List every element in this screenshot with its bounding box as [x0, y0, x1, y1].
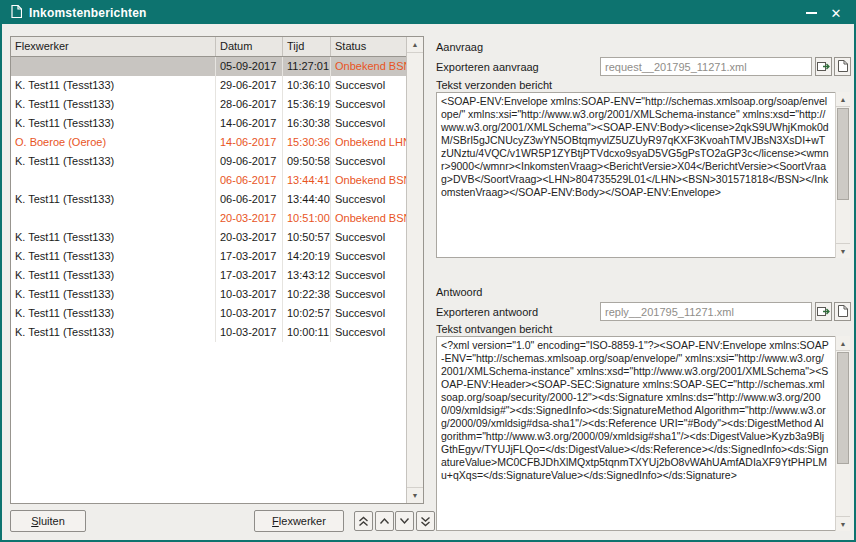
table-cell: Succesvol [331, 266, 406, 285]
table-cell: Succesvol [331, 95, 406, 114]
table-cell: 10:36:10 [283, 76, 331, 95]
table-cell: Onbekend LHN [331, 133, 406, 152]
exporteren-antwoord-input[interactable] [600, 302, 812, 321]
table-scrollbar[interactable]: ▲ ▼ [406, 37, 423, 503]
table-cell: 17-03-2017 [216, 247, 283, 266]
table-cell: 29-06-2017 [216, 76, 283, 95]
close-button[interactable]: ✕ [827, 4, 845, 22]
exporteren-aanvraag-label: Exporteren aanvraag [436, 61, 539, 73]
minimize-icon [806, 12, 817, 14]
flexwerker-button[interactable]: Flexwerker [254, 510, 344, 532]
open-antwoord-file-button[interactable] [834, 302, 851, 321]
column-header-datum[interactable]: Datum [216, 37, 283, 56]
minimize-button[interactable] [802, 4, 820, 22]
table-row[interactable]: K. Test11 (Tesst133)06-06-201713:44:40Su… [11, 190, 406, 209]
antwoord-section-label: Antwoord [436, 286, 482, 298]
table-cell: 15:36:19 [283, 95, 331, 114]
table-cell: 05-09-2017 [216, 57, 283, 76]
table-cell: Succesvol [331, 228, 406, 247]
table-cell: 10:02:57 [283, 304, 331, 323]
scrollbar-thumb[interactable] [837, 108, 849, 200]
ontvangen-bericht-text[interactable]: <?xml version="1.0" encoding="ISO-8859-1… [436, 336, 850, 531]
table-cell: Succesvol [331, 247, 406, 266]
scroll-down-arrow[interactable]: ▼ [836, 243, 850, 258]
table-row[interactable]: K. Test11 (Tesst133)09-06-201709:50:58Su… [11, 152, 406, 171]
table-cell: 13:44:40 [283, 190, 331, 209]
table-cell: K. Test11 (Tesst133) [11, 266, 216, 285]
table-row[interactable]: 20-03-201710:51:00Onbekend BSN [11, 209, 406, 228]
export-icon [817, 303, 830, 321]
table-cell: O. Boeroe (Oeroe) [11, 133, 216, 152]
table-row[interactable]: K. Test11 (Tesst133)10-03-201710:00:11Su… [11, 323, 406, 342]
table-cell: Succesvol [331, 304, 406, 323]
titlebar[interactable]: Inkomstenberichten ✕ [2, 2, 854, 24]
table-row[interactable]: K. Test11 (Tesst133)14-06-201716:30:38Su… [11, 114, 406, 133]
ontvangen-scrollbar[interactable]: ▲ ▼ [835, 336, 850, 531]
table-row[interactable]: K. Test11 (Tesst133)20-03-201710:50:57Su… [11, 228, 406, 247]
table-cell: Onbekend BSN [331, 209, 406, 228]
open-aanvraag-file-button[interactable] [834, 57, 851, 76]
table-row[interactable]: K. Test11 (Tesst133)28-06-201715:36:19Su… [11, 95, 406, 114]
table-cell: K. Test11 (Tesst133) [11, 95, 216, 114]
window-title: Inkomstenberichten [29, 6, 147, 20]
table-cell: K. Test11 (Tesst133) [11, 152, 216, 171]
column-header-tijd[interactable]: Tijd [283, 37, 331, 56]
table-cell: 10:00:11 [283, 323, 331, 342]
exporteren-aanvraag-input[interactable] [600, 57, 812, 76]
table-cell: K. Test11 (Tesst133) [11, 247, 216, 266]
table-cell: 14-06-2017 [216, 133, 283, 152]
table-row[interactable]: O. Boeroe (Oeroe)14-06-201715:30:36Onbek… [11, 133, 406, 152]
scrollbar-thumb[interactable] [837, 352, 849, 464]
scroll-down-arrow[interactable]: ▼ [836, 516, 850, 531]
column-header-flexwerker[interactable]: Flexwerker [11, 37, 216, 56]
file-icon [838, 303, 848, 321]
table-cell: 10:22:38 [283, 285, 331, 304]
table-cell: Succesvol [331, 190, 406, 209]
export-antwoord-button[interactable] [815, 302, 832, 321]
chevron-down-icon [399, 517, 410, 525]
table-cell: 20-03-2017 [216, 209, 283, 228]
table-body: 05-09-201711:27:01Onbekend BSNK. Test11 … [11, 57, 406, 342]
table-header: Flexwerker Datum Tijd Status [11, 37, 406, 57]
table-cell [11, 57, 216, 76]
double-chevron-up-icon [358, 516, 369, 527]
table-cell: K. Test11 (Tesst133) [11, 304, 216, 323]
scroll-down-arrow[interactable]: ▼ [407, 487, 423, 503]
table-row[interactable]: K. Test11 (Tesst133)10-03-201710:02:57Su… [11, 304, 406, 323]
file-icon [838, 58, 848, 76]
table-cell: K. Test11 (Tesst133) [11, 323, 216, 342]
table-cell: 14:20:19 [283, 247, 331, 266]
scroll-up-arrow[interactable]: ▲ [407, 37, 423, 53]
table-cell: 20-03-2017 [216, 228, 283, 247]
table-cell: 13:44:41 [283, 171, 331, 190]
table-row[interactable]: 05-09-201711:27:01Onbekend BSN [11, 57, 406, 76]
table-cell: Succesvol [331, 76, 406, 95]
scroll-up-arrow[interactable]: ▲ [836, 92, 850, 107]
sluiten-button[interactable]: Sluiten [10, 510, 86, 532]
table-row[interactable]: K. Test11 (Tesst133)10-03-201710:22:38Su… [11, 285, 406, 304]
scroll-up-arrow[interactable]: ▲ [836, 336, 850, 351]
table-cell [11, 171, 216, 190]
column-header-status[interactable]: Status [331, 37, 406, 56]
verzonden-scrollbar[interactable]: ▲ ▼ [835, 92, 850, 258]
last-record-button[interactable] [416, 511, 435, 531]
table-cell: 15:30:36 [283, 133, 331, 152]
table-cell: Onbekend BSN [331, 57, 406, 76]
table-row[interactable]: K. Test11 (Tesst133)17-03-201714:20:19Su… [11, 247, 406, 266]
verzonden-bericht-text[interactable]: <SOAP-ENV:Envelope xmlns:SOAP-ENV="http:… [436, 92, 850, 258]
first-record-button[interactable] [354, 511, 373, 531]
previous-record-button[interactable] [375, 511, 394, 531]
table-cell: 10:51:00 [283, 209, 331, 228]
next-record-button[interactable] [395, 511, 414, 531]
table-cell: Succesvol [331, 285, 406, 304]
table-row[interactable]: K. Test11 (Tesst133)17-03-201713:43:12Su… [11, 266, 406, 285]
table-row[interactable]: K. Test11 (Tesst133)29-06-201710:36:10Su… [11, 76, 406, 95]
table-row[interactable]: 06-06-201713:44:41Onbekend BSN [11, 171, 406, 190]
table-cell: 11:27:01 [283, 57, 331, 76]
flexwerker-button-label: Flexwerker [272, 515, 326, 527]
table-cell: K. Test11 (Tesst133) [11, 76, 216, 95]
table-cell: K. Test11 (Tesst133) [11, 114, 216, 133]
export-aanvraag-button[interactable] [815, 57, 832, 76]
table-cell: 14-06-2017 [216, 114, 283, 133]
table-cell: 06-06-2017 [216, 171, 283, 190]
